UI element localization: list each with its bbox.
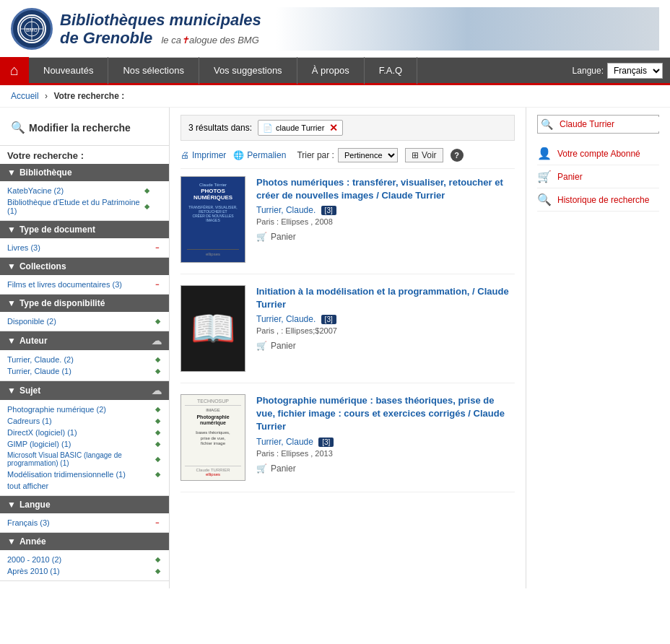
add-filter-icon[interactable]: ◆ <box>153 428 162 437</box>
language-select[interactable]: Français English <box>607 63 663 79</box>
remove-search-tag[interactable]: ✕ <box>329 122 338 134</box>
sidebar-link[interactable]: Turrier, Claude. (2) <box>7 355 153 364</box>
nav-item-vos-suggestions[interactable]: Vos suggestions <box>199 57 297 84</box>
sidebar-section-header-langue[interactable]: ▼ Langue <box>0 496 169 513</box>
sidebar-section-header-annee[interactable]: ▼ Année <box>0 533 169 550</box>
home-button[interactable]: ⌂ <box>0 57 29 84</box>
book-author-1[interactable]: Turrier, Claude. <box>256 205 316 215</box>
sidebar-link[interactable]: Français (3) <box>7 518 153 527</box>
print-button[interactable]: 🖨 Imprimer <box>180 150 226 160</box>
add-filter-icon[interactable]: ◆ <box>153 567 162 575</box>
add-filter-icon[interactable]: ◆ <box>153 417 162 425</box>
sidebar-items-annee: 2000 - 2010 (2) ◆ Après 2010 (1) ◆ <box>0 550 169 580</box>
add-filter-icon[interactable]: ◆ <box>153 470 162 479</box>
book-author-2[interactable]: Turrier, Claude. <box>256 314 316 324</box>
permalink-button[interactable]: 🌐 Permalien <box>233 150 286 160</box>
remove-filter-icon[interactable]: − <box>153 243 162 252</box>
nav-item-faq[interactable]: F.A.Q <box>365 57 418 84</box>
add-filter-icon[interactable]: ◆ <box>153 455 162 464</box>
sidebar-section-bibliotheque: ▼ Bibliothèque KatebYacine (2) ◆ − Bibli… <box>0 164 169 221</box>
nav-item-nos-selections[interactable]: Nos sélections <box>108 57 199 84</box>
language-selector-area: Langue: Français English <box>565 63 670 79</box>
panier-link-icon: 🛒 <box>537 170 552 183</box>
results-bar: 3 résultats dans: 📄 claude Turrier ✕ <box>180 115 515 141</box>
collapse-arrow: ▼ <box>7 536 16 547</box>
search-input[interactable] <box>556 117 670 131</box>
nav-item-nouveautes[interactable]: Nouveautés <box>29 57 108 84</box>
add-filter-icon[interactable]: ◆ <box>153 555 162 564</box>
book-title-3[interactable]: Photographie numérique : bases théorique… <box>256 394 515 434</box>
sidebar-link[interactable]: GIMP (logiciel) (1) <box>7 440 153 448</box>
title-line1: Bibliothèques municipales <box>60 11 261 30</box>
book-panier-2[interactable]: 🛒 Panier <box>256 341 515 351</box>
cloud-icon[interactable]: ☁ <box>152 385 162 396</box>
nav-item-a-propos[interactable]: À propos <box>297 57 365 84</box>
sidebar-section-header-disponibilite[interactable]: ▼ Type de disponibilité <box>0 295 169 312</box>
page-body: 🔍 Modifier la recherche Votre recherche … <box>0 108 670 588</box>
sidebar-link[interactable]: Disponible (2) <box>7 317 153 326</box>
sidebar-section-header-auteur[interactable]: ▼ Auteur ☁ <box>0 331 169 350</box>
book-panier-3[interactable]: 🛒 Panier <box>256 464 515 474</box>
sidebar-link[interactable]: Après 2010 (1) <box>7 567 153 575</box>
add-filter-icon[interactable]: ◆ <box>153 355 162 364</box>
sidebar-link[interactable]: Modélisation tridimensionnelle (1) <box>7 470 153 479</box>
historique-link[interactable]: 🔍 Historique de recherche <box>537 188 659 212</box>
add-filter-icon[interactable]: ◆ <box>153 317 162 326</box>
item-controls: ◆ − <box>142 186 162 195</box>
sidebar-link[interactable]: Turrier, Claude (1) <box>7 367 153 375</box>
sort-group: Trier par : Pertinence Date Titre Auteur <box>297 148 398 162</box>
view-button[interactable]: ⊞ Voir <box>405 148 443 162</box>
book-badge-2: [3] <box>321 315 336 324</box>
sidebar-section-header-collections[interactable]: ▼ Collections <box>0 258 169 275</box>
sidebar-link[interactable]: Microsoft Visual BASIC (langage de progr… <box>7 451 153 467</box>
header-subtitle: le ca✝alogue des BMG <box>161 35 258 45</box>
header-background <box>276 7 659 51</box>
breadcrumb-home[interactable]: Accueil <box>11 91 39 101</box>
section-title-auteur: Auteur <box>19 336 48 346</box>
add-filter-icon[interactable]: ◆ <box>153 405 162 414</box>
header-title: Bibliothèques municipales de Grenoble le… <box>60 11 261 45</box>
sidebar-link[interactable]: KatebYacine (2) <box>7 186 142 195</box>
sidebar-link[interactable]: Livres (3) <box>7 243 153 252</box>
book-panier-1[interactable]: 🛒 Panier <box>256 232 515 242</box>
sidebar-link[interactable]: Bibliothèque d'Etude et du Patrimoine (1… <box>7 198 142 215</box>
sidebar-link[interactable]: 2000 - 2010 (2) <box>7 555 153 564</box>
book-author-3[interactable]: Turrier, Claude <box>256 437 313 447</box>
list-item: Photographie numérique (2) ◆ <box>0 404 169 415</box>
sidebar-section-collections: ▼ Collections Films et livres documentai… <box>0 258 169 295</box>
sidebar-link-tout-afficher[interactable]: tout afficher <box>7 482 162 490</box>
list-item: KatebYacine (2) ◆ − <box>0 185 169 196</box>
book-title-1[interactable]: Photos numériques : transférer, visualis… <box>256 176 515 202</box>
account-link[interactable]: 👤 Votre compte Abonné <box>537 142 659 165</box>
sidebar-section-header-bibliotheque[interactable]: ▼ Bibliothèque <box>0 164 169 181</box>
main-content: 3 résultats dans: 📄 claude Turrier ✕ 🖨 I… <box>170 108 526 588</box>
add-filter-icon[interactable]: ◆ <box>153 440 162 448</box>
sidebar-section-header-sujet[interactable]: ▼ Sujet ☁ <box>0 381 169 400</box>
modify-search-area: 🔍 Modifier la recherche <box>0 115 169 146</box>
add-filter-icon[interactable]: ◆ <box>153 367 162 375</box>
sidebar-link[interactable]: Cadreurs (1) <box>7 417 153 425</box>
sidebar-section-header-type-document[interactable]: ▼ Type de document <box>0 221 169 238</box>
remove-filter-icon[interactable]: − <box>153 280 162 289</box>
collapse-arrow: ▼ <box>7 225 16 235</box>
item-controls: − <box>153 280 162 289</box>
collapse-arrow: ▼ <box>7 167 16 178</box>
sidebar-section-annee: ▼ Année 2000 - 2010 (2) ◆ Après 2010 (1)… <box>0 533 169 581</box>
section-title-annee: Année <box>19 536 46 547</box>
list-item: Bibliothèque d'Etude et du Patrimoine (1… <box>0 196 169 217</box>
cloud-icon[interactable]: ☁ <box>152 335 162 347</box>
remove-filter-icon[interactable]: − <box>153 518 162 527</box>
sidebar-link[interactable]: DirectX (logiciel) (1) <box>7 428 153 437</box>
list-item: Turrier, Claude. (2) ◆ <box>0 354 169 365</box>
panier-link[interactable]: 🛒 Panier <box>537 165 659 188</box>
help-button[interactable]: ? <box>451 149 464 162</box>
book-pub-1: Paris : Ellipses , 2008 <box>256 217 515 226</box>
book-title-2[interactable]: Initiation à la modélisation et la progr… <box>256 285 515 311</box>
sidebar-link[interactable]: Films et livres documentaires (3) <box>7 280 153 289</box>
results-toolbar: 🖨 Imprimer 🌐 Permalien Trier par : Perti… <box>180 148 515 169</box>
sidebar-items-bibliotheque: KatebYacine (2) ◆ − Bibliothèque d'Etude… <box>0 181 169 220</box>
sort-select[interactable]: Pertinence Date Titre Auteur <box>338 148 398 162</box>
add-filter-icon[interactable]: ◆ <box>142 202 151 211</box>
add-filter-icon[interactable]: ◆ <box>142 186 151 195</box>
sidebar-link[interactable]: Photographie numérique (2) <box>7 405 153 414</box>
